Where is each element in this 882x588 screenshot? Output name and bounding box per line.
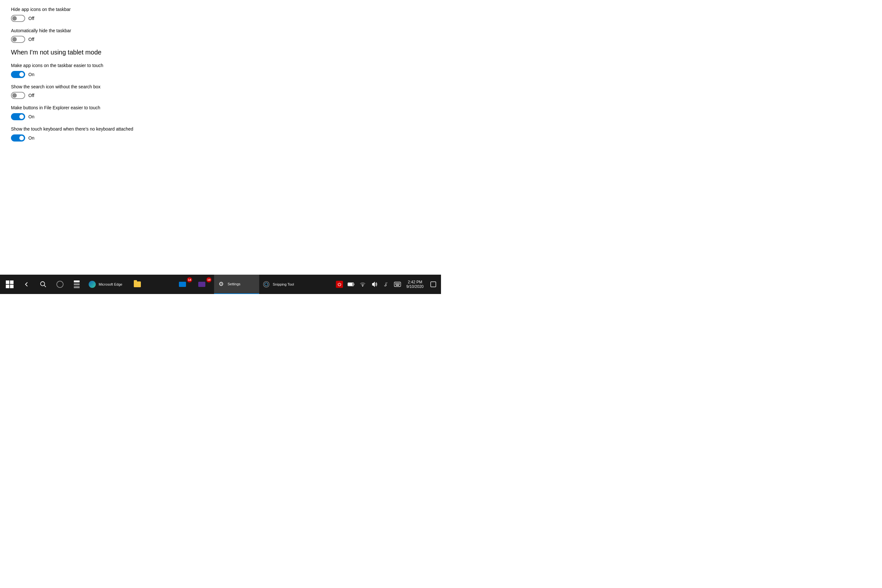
setting-make-app-icons-touch: Make app icons on the taskbar easier to … <box>11 63 430 78</box>
toggle-row-hide-app-icons: Off <box>11 15 430 22</box>
toggle-file-explorer-touch[interactable] <box>11 113 25 120</box>
taskbar-app-snipping-label: Snipping Tool <box>273 282 294 286</box>
taskbar-app-mail1[interactable]: 14 <box>176 274 195 294</box>
taskbar-app-settings[interactable]: ⚙ Settings <box>214 274 259 294</box>
keyboard-icon[interactable] <box>392 274 403 294</box>
taskbar-app-edge-label: Microsoft Edge <box>99 282 122 286</box>
mail1-app-icon <box>178 280 186 288</box>
toggle-row-touch-keyboard: On <box>11 134 430 141</box>
toggle-auto-hide-taskbar[interactable] <box>11 36 25 43</box>
cortana-button[interactable] <box>52 274 68 294</box>
mail2-badge: 10 <box>206 277 212 282</box>
toggle-row-file-explorer-touch: On <box>11 113 430 120</box>
toggle-hide-app-icons[interactable] <box>11 15 25 22</box>
volume-icon[interactable] <box>369 274 380 294</box>
toggle-state-file-explorer-touch: On <box>28 114 34 119</box>
back-button[interactable] <box>18 274 35 294</box>
toggle-state-hide-app-icons: Off <box>28 16 34 21</box>
svg-line-1 <box>44 285 46 287</box>
notification-button[interactable] <box>427 274 440 294</box>
setting-auto-hide-taskbar: Automatically hide the taskbar Off <box>11 28 430 43</box>
taskbar-app-settings-label: Settings <box>228 282 240 286</box>
toggle-show-search-icon[interactable] <box>11 92 25 99</box>
svg-point-3 <box>265 283 268 286</box>
notification-icon <box>430 281 436 288</box>
svg-rect-10 <box>396 283 397 284</box>
taskbar-clock[interactable]: 2:42 PM 9/10/2020 <box>403 274 427 294</box>
toggle-touch-keyboard[interactable] <box>11 134 25 141</box>
setting-label-touch-keyboard: Show the touch keyboard when there's no … <box>11 126 430 132</box>
clock-time: 2:42 PM <box>408 280 422 284</box>
svg-rect-14 <box>395 284 396 285</box>
toggle-row-make-app-icons-touch: On <box>11 71 430 78</box>
edge-app-icon <box>88 280 96 288</box>
setting-label-hide-app-icons: Hide app icons on the taskbar <box>11 6 430 13</box>
setting-file-explorer-touch: Make buttons in File Explorer easier to … <box>11 105 430 120</box>
windows-logo-icon <box>6 280 14 288</box>
explorer-app-icon <box>134 280 141 288</box>
toggle-state-make-app-icons-touch: On <box>28 72 34 77</box>
svg-point-2 <box>263 281 269 287</box>
svg-rect-6 <box>354 284 354 285</box>
task-view-button[interactable] <box>68 274 85 294</box>
svg-rect-13 <box>399 283 400 284</box>
setting-label-show-search-icon: Show the search icon without the search … <box>11 84 430 90</box>
toggle-row-auto-hide-taskbar: Off <box>11 36 430 43</box>
setting-label-auto-hide-taskbar: Automatically hide the taskbar <box>11 28 430 34</box>
toggle-row-show-search-icon: Off <box>11 92 430 99</box>
section-heading-tablet-mode: When I'm not using tablet mode <box>11 49 430 56</box>
taskbar-app-edge[interactable]: Microsoft Edge <box>85 274 130 294</box>
toggle-knob-auto-hide-taskbar <box>12 37 17 42</box>
taskbar: Microsoft Edge 14 10 ⚙ Settings <box>0 274 441 294</box>
setting-hide-app-icons: Hide app icons on the taskbar Off <box>11 6 430 22</box>
search-button[interactable] <box>35 274 52 294</box>
back-arrow-icon <box>23 281 30 288</box>
svg-rect-17 <box>398 284 399 285</box>
toggle-state-touch-keyboard: On <box>28 135 34 141</box>
power-tray-icon[interactable] <box>334 274 345 294</box>
toggle-knob-hide-app-icons <box>12 16 17 21</box>
taskbar-app-explorer[interactable] <box>130 274 176 294</box>
task-view-icon <box>74 280 80 288</box>
taskbar-app-snipping[interactable]: Snipping Tool <box>259 274 304 294</box>
setting-touch-keyboard: Show the touch keyboard when there's no … <box>11 126 430 141</box>
toggle-knob-touch-keyboard <box>20 136 24 140</box>
svg-point-7 <box>362 286 363 286</box>
start-button[interactable] <box>1 274 18 294</box>
snipping-app-icon <box>262 280 270 288</box>
svg-rect-11 <box>397 283 398 284</box>
svg-rect-20 <box>430 282 436 287</box>
svg-rect-18 <box>399 284 400 285</box>
toggle-knob-show-search-icon <box>12 93 17 98</box>
wifi-icon[interactable] <box>357 274 369 294</box>
svg-rect-19 <box>396 285 399 286</box>
battery-icon[interactable] <box>345 274 357 294</box>
svg-rect-5 <box>348 283 352 286</box>
taskbar-app-mail2[interactable]: 10 <box>195 274 214 294</box>
setting-label-file-explorer-touch: Make buttons in File Explorer easier to … <box>11 105 430 111</box>
svg-point-0 <box>40 282 45 286</box>
toggle-make-app-icons-touch[interactable] <box>11 71 25 78</box>
svg-rect-16 <box>397 284 398 285</box>
toggle-state-auto-hide-taskbar: Off <box>28 37 34 42</box>
svg-rect-15 <box>396 284 397 285</box>
toggle-knob-file-explorer-touch <box>20 114 24 119</box>
svg-rect-12 <box>398 283 399 284</box>
toggle-state-show-search-icon: Off <box>28 93 34 98</box>
link-icon[interactable] <box>380 274 392 294</box>
cortana-icon <box>56 281 63 288</box>
settings-app-icon: ⚙ <box>217 280 225 288</box>
setting-label-make-app-icons-touch: Make app icons on the taskbar easier to … <box>11 63 430 69</box>
system-tray: 2:42 PM 9/10/2020 <box>334 274 440 294</box>
setting-show-search-icon: Show the search icon without the search … <box>11 84 430 99</box>
clock-date: 9/10/2020 <box>406 284 424 289</box>
search-icon <box>40 281 47 288</box>
settings-content: Hide app icons on the taskbar Off Automa… <box>0 0 441 274</box>
mail1-badge: 14 <box>187 277 192 282</box>
toggle-knob-make-app-icons-touch <box>20 72 24 77</box>
mail2-app-icon <box>198 280 206 288</box>
svg-rect-9 <box>395 283 396 284</box>
